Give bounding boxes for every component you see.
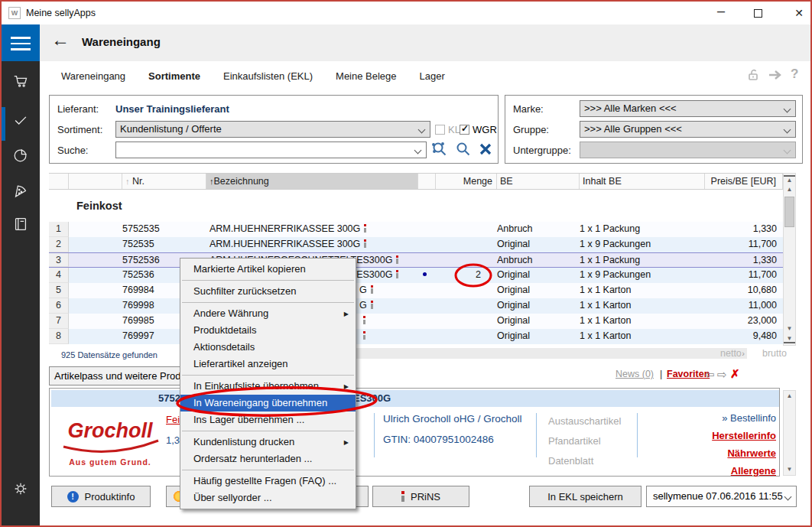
group-header-feinkost: Feinkost <box>49 190 783 222</box>
prev-article-icon[interactable]: ⇦ <box>705 368 715 382</box>
netto-toggle[interactable]: netto <box>720 348 742 359</box>
clear-search-icon[interactable] <box>478 142 493 160</box>
menge-cell[interactable] <box>436 298 497 314</box>
menu-item-aktionsdetails[interactable]: Aktionsdetails <box>180 339 356 356</box>
menu-item-einkaufsliste[interactable]: In Einkaufsliste übernehmen <box>180 378 356 395</box>
prins-button[interactable]: PRiNS <box>372 486 469 507</box>
ekl-speichern-button[interactable]: In EKL speichern <box>529 486 641 507</box>
herstellerinfo-link[interactable]: Herstellerinfo <box>712 430 776 441</box>
forward-arrow-icon[interactable] <box>768 70 783 83</box>
divider <box>374 413 375 457</box>
book-icon[interactable] <box>12 216 29 233</box>
wgr-checkbox[interactable]: WGR <box>460 124 497 135</box>
tab-meine-belege[interactable]: Meine Belege <box>336 70 397 82</box>
search-icon[interactable] <box>454 140 473 161</box>
scroll-up-icon[interactable]: ▲ <box>784 184 795 195</box>
unlock-icon[interactable] <box>747 68 761 85</box>
menu-item-kundenlistung-drucken[interactable]: Kundenlistung drucken <box>180 434 356 451</box>
kl-checkbox[interactable]: KL <box>435 124 460 135</box>
menge-cell[interactable] <box>436 253 497 267</box>
menge-cell[interactable] <box>436 237 497 252</box>
gruppe-label: Gruppe: <box>513 124 549 135</box>
chevron-down-icon <box>784 126 791 134</box>
menu-item-ueber-sellyorder[interactable]: Über sellyorder ... <box>180 490 356 506</box>
chevron-down-icon <box>784 493 792 501</box>
table-row-selected[interactable]: 3 5752536 ARM.HUEHNERGESCHNETZELTES300G … <box>49 252 783 268</box>
advanced-search-icon[interactable] <box>430 140 449 161</box>
scrollbar-thumb[interactable] <box>784 197 794 227</box>
menge-cell[interactable] <box>436 283 497 298</box>
table-row[interactable]: 4 752536 ARM.HUEHNERGESCHNETZELTES300G 2… <box>49 268 783 283</box>
scroll-right-icon[interactable]: › <box>742 348 745 359</box>
marke-select[interactable]: >>> Alle Marken <<< <box>580 100 796 117</box>
column-header-bezeichnung[interactable]: ↑Bezeichnung <box>206 174 418 189</box>
column-header-be[interactable]: BE <box>497 174 580 189</box>
gruppe-select[interactable]: >>> Alle Gruppen <<< <box>580 121 796 138</box>
scroll-up-icon[interactable]: ▲ <box>784 391 795 402</box>
naehrwerte-link[interactable]: Nährwerte <box>727 447 776 459</box>
brutto-toggle[interactable]: brutto <box>762 348 787 359</box>
table-row[interactable]: 2 752535 ARM.HUEHNERFRIKASSEE 300G Origi… <box>49 237 783 252</box>
tab-sortimente[interactable]: Sortimente <box>148 70 200 82</box>
check-icon[interactable] <box>12 112 29 128</box>
scroll-down-icon[interactable]: ▼ <box>784 324 795 334</box>
header-be-label: BE <box>500 176 513 187</box>
menu-item-suchfilter[interactable]: Suchfilter zurücksetzen <box>180 283 356 300</box>
table-scrollbar[interactable]: ▲ ▲ ▼ ▼ <box>783 173 796 346</box>
menu-item-lieferartikel[interactable]: Lieferartikel anzeigen <box>180 356 356 372</box>
tab-lager[interactable]: Lager <box>420 70 445 82</box>
scroll-top-icon[interactable]: ▲ <box>784 175 795 184</box>
help-icon[interactable]: ? <box>791 67 798 82</box>
tab-wareneingang[interactable]: Wareneingang <box>61 70 125 82</box>
table-row[interactable]: 1 5752535 ARM.HUEHNERFRIKASSEE 300G Anbr… <box>49 222 783 237</box>
maximize-button[interactable] <box>754 9 762 18</box>
sellymenue-select[interactable]: sellymenue 07.06.2016 11:55 <box>646 486 797 507</box>
tab-einkaufslisten[interactable]: Einkaufslisten (EKL) <box>223 70 313 82</box>
pie-chart-icon[interactable] <box>12 147 29 164</box>
minimize-button[interactable]: – <box>711 4 731 18</box>
menge-cell[interactable]: 2 <box>436 268 497 283</box>
kl-checkbox-box <box>435 125 445 135</box>
productinfo-scrollbar[interactable]: ▲ ▼ <box>783 390 796 476</box>
column-header-nr[interactable]: ↑ Nr. <box>122 174 206 189</box>
marker-dot-icon <box>423 272 427 276</box>
table-row[interactable]: 7 769985 Original 1 x 1 Karton 23,000 <box>49 314 783 329</box>
menu-button[interactable] <box>2 24 40 61</box>
close-productinfo-icon[interactable]: ✗ <box>730 367 740 381</box>
menge-cell[interactable] <box>436 222 497 237</box>
menu-item-produktdetails[interactable]: Produktdetails <box>180 322 356 339</box>
table-row[interactable]: 5 769984 G Original 1 x 1 Karton 10,680 <box>49 283 783 298</box>
menu-item-faq[interactable]: Häufig gestellte Fragen (FAQ) ... <box>180 473 356 490</box>
next-article-icon[interactable]: ⇨ <box>717 368 727 382</box>
allergene-link[interactable]: Allergene <box>731 465 776 477</box>
news-link[interactable]: News (0) <box>615 369 654 379</box>
bestellinfo-link[interactable]: » Bestellinfo <box>646 409 776 427</box>
cart-icon[interactable] <box>12 73 29 89</box>
scroll-bottom-icon[interactable]: ▼ <box>784 334 795 343</box>
info-marker-icon <box>371 301 373 309</box>
suche-input[interactable] <box>115 142 427 158</box>
header-nr-label: Nr. <box>132 176 145 187</box>
menu-item-ordersatz[interactable]: Ordersatz herunterladen ... <box>180 451 356 467</box>
wgr-checkbox-box <box>460 125 469 135</box>
column-header-preis[interactable]: Preis/BE [EUR] <box>705 174 783 189</box>
column-header-menge[interactable]: Menge <box>436 174 497 189</box>
table-row[interactable]: 8 769997 Original 1 x 1 Karton 9,480 <box>49 329 783 344</box>
menu-item-lager[interactable]: Ins Lager übernehmen ... <box>180 412 356 428</box>
close-button[interactable]: ✕ <box>789 6 809 20</box>
menge-cell[interactable] <box>436 314 497 329</box>
table-row[interactable]: 6 769998 G Original 1 x 1 Karton 11,000 <box>49 298 783 314</box>
gear-icon[interactable] <box>12 480 29 497</box>
scroll-down-icon[interactable]: ▼ <box>784 464 795 475</box>
header-menge-label: Menge <box>463 176 492 187</box>
pizza-slice-icon[interactable] <box>12 183 29 200</box>
menu-item-wareneingang-uebernehmen[interactable]: In Wareneingang übernehmen <box>180 395 356 412</box>
menu-item-kopieren[interactable]: Markierte Artikel kopieren <box>180 261 356 278</box>
produktinfo-button[interactable]: ! Produktinfo <box>51 486 151 507</box>
sortiment-select[interactable]: Kundenlistung / Offerte <box>115 121 430 138</box>
favoriten-link[interactable]: Favoriten <box>667 369 710 379</box>
menu-item-waehrung[interactable]: Andere Währung <box>180 305 356 322</box>
column-header-inhalt[interactable]: Inhalt BE <box>580 174 705 189</box>
menge-cell[interactable] <box>436 329 497 344</box>
back-arrow-icon[interactable]: ← <box>51 29 70 50</box>
